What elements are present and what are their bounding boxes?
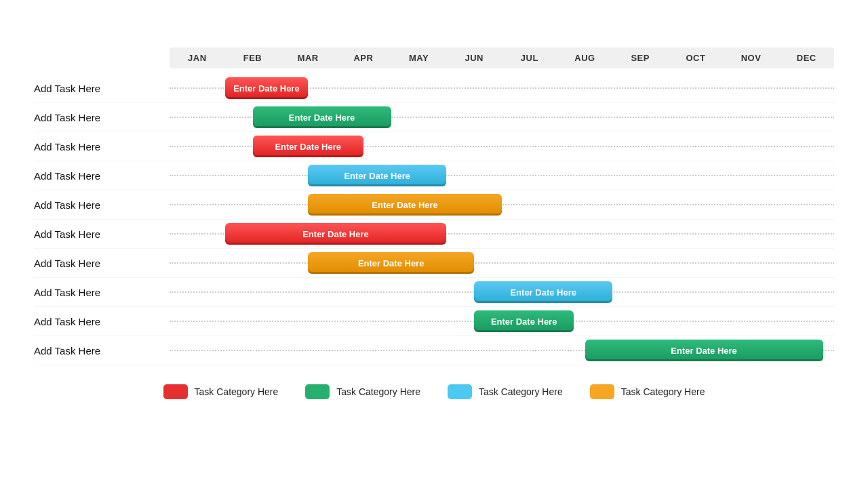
task-label: Add Task Here [34,112,170,123]
task-label: Add Task Here [34,228,170,240]
task-label: Add Task Here [34,345,170,357]
gantt-track: Enter Date Here [170,278,834,306]
gantt-track: Enter Date Here [170,132,834,161]
dotted-line [170,262,834,264]
month-cell: JAN [170,47,225,68]
legend-color-box [305,384,330,399]
gantt-row: Add Task HereEnter Date Here [34,307,834,336]
legend-color-box [448,384,472,399]
task-label: Add Task Here [34,258,170,269]
legend: Task Category HereTask Category HereTask… [34,378,834,399]
gantt-track: Enter Date Here [170,336,834,365]
legend-item: Task Category Here [590,384,705,399]
month-cell: JUL [502,47,557,68]
month-cell: AUG [557,47,613,68]
legend-label: Task Category Here [621,386,705,397]
gantt-row: Add Task HereEnter Date Here [34,336,834,365]
legend-label: Task Category Here [479,386,563,397]
chart-area: JANFEBMARAPRMAYJUNJULAUGSEPOCTNOVDEC Add… [34,47,834,365]
task-label: Add Task Here [34,83,170,94]
legend-item: Task Category Here [448,384,563,399]
task-bar[interactable]: Enter Date Here [225,223,447,245]
month-cell: JUN [446,47,502,68]
gantt-track: Enter Date Here [170,220,834,248]
gantt-track: Enter Date Here [170,190,834,219]
task-bar[interactable]: Enter Date Here [474,281,612,303]
gantt-row: Add Task HereEnter Date Here [34,190,834,220]
task-bar[interactable]: Enter Date Here [585,340,823,361]
legend-color-box [590,384,614,399]
task-label: Add Task Here [34,287,170,298]
task-label: Add Task Here [34,170,170,182]
task-bar[interactable]: Enter Date Here [253,136,363,157]
month-header: JANFEBMARAPRMAYJUNJULAUGSEPOCTNOVDEC [170,47,834,68]
dotted-line [170,175,834,176]
gantt-row: Add Task HereEnter Date Here [34,278,834,307]
legend-label: Task Category Here [336,386,420,397]
month-cell: MAR [280,47,336,68]
task-label: Add Task Here [34,199,170,211]
gantt-row: Add Task HereEnter Date Here [34,132,834,161]
month-cell: APR [336,47,391,68]
gantt-row: Add Task HereEnter Date Here [34,103,834,132]
task-bar[interactable]: Enter Date Here [308,252,474,274]
month-cell: SEP [612,47,668,68]
gantt-track: Enter Date Here [170,161,834,190]
task-bar[interactable]: Enter Date Here [225,77,309,99]
month-cell: MAY [391,47,447,68]
gantt-track: Enter Date Here [170,74,834,102]
gantt-track: Enter Date Here [170,307,834,336]
gantt-row: Add Task HereEnter Date Here [34,74,834,103]
task-bar[interactable]: Enter Date Here [253,106,391,128]
legend-color-box [163,384,188,399]
gantt-row: Add Task HereEnter Date Here [34,161,834,190]
task-bar[interactable]: Enter Date Here [308,194,502,216]
month-cell: OCT [668,47,724,68]
task-bar[interactable]: Enter Date Here [474,310,574,332]
month-cell: FEB [225,47,281,68]
task-bar[interactable]: Enter Date Here [308,165,446,186]
gantt-rows: Add Task HereEnter Date HereAdd Task Her… [34,74,834,365]
task-label: Add Task Here [34,316,170,327]
gantt-track: Enter Date Here [170,249,834,277]
legend-item: Task Category Here [305,384,420,399]
gantt-row: Add Task HereEnter Date Here [34,220,834,249]
legend-item: Task Category Here [163,384,279,399]
legend-label: Task Category Here [195,386,279,397]
month-cell: DEC [778,47,834,68]
gantt-track: Enter Date Here [170,103,834,131]
gantt-row: Add Task HereEnter Date Here [34,249,834,278]
task-label: Add Task Here [34,141,170,152]
month-cell: NOV [724,47,779,68]
dotted-line [170,204,834,205]
